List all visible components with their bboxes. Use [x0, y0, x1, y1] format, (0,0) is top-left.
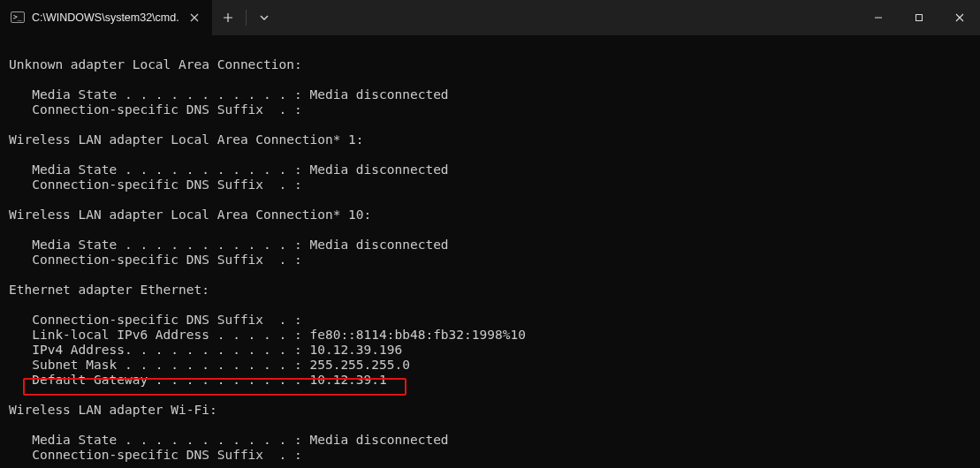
divider [246, 10, 247, 26]
tab-strip [212, 0, 980, 35]
tab-title: C:\WINDOWS\system32\cmd. [32, 11, 186, 24]
svg-text:>_: >_ [13, 13, 22, 21]
tab-cmd[interactable]: >_ C:\WINDOWS\system32\cmd. [0, 0, 212, 35]
new-tab-button[interactable] [212, 0, 244, 35]
maximize-button[interactable] [899, 0, 939, 35]
titlebar: >_ C:\WINDOWS\system32\cmd. [0, 0, 980, 35]
window-controls [858, 0, 980, 35]
cmd-icon: >_ [11, 11, 25, 25]
terminal-output[interactable]: Unknown adapter Local Area Connection: M… [0, 35, 980, 468]
tab-close-button[interactable] [186, 9, 203, 26]
tab-dropdown-button[interactable] [248, 0, 280, 35]
svg-rect-2 [916, 15, 923, 21]
close-window-button[interactable] [939, 0, 980, 35]
minimize-button[interactable] [858, 0, 899, 35]
